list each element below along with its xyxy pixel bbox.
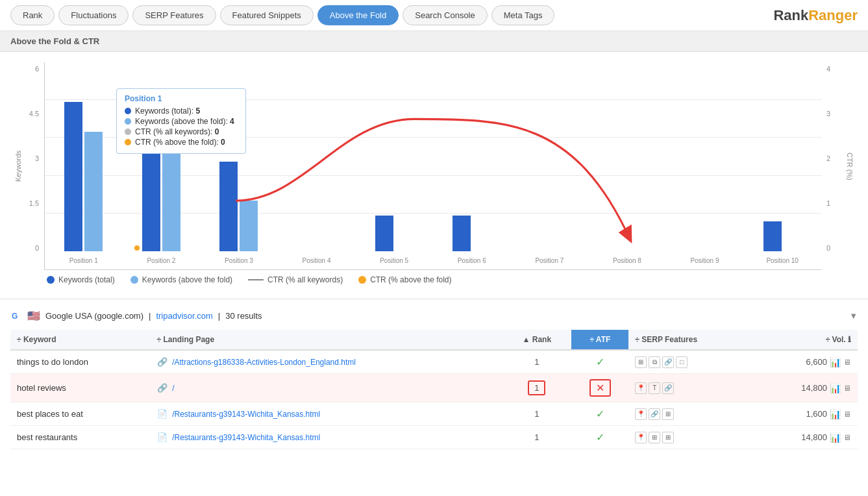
bar-total-3[interactable] bbox=[219, 162, 238, 251]
bar-atf-1[interactable] bbox=[84, 132, 103, 251]
table-row: best restaurants 📄 /Restaurants-g39143-W… bbox=[10, 426, 858, 449]
tab-fluctuations[interactable]: Fluctuations bbox=[58, 5, 129, 25]
chart-legend: Keywords (total) Keywords (above the fol… bbox=[13, 270, 855, 292]
device-icon: 🖥 bbox=[843, 358, 851, 367]
tab-rank[interactable]: Rank bbox=[10, 5, 55, 25]
y-axis-left-label: Keywords bbox=[13, 62, 23, 270]
tab-featured-snippets[interactable]: Featured Snippets bbox=[220, 5, 314, 25]
mini-chart-icon[interactable]: 📊 bbox=[830, 432, 841, 443]
x-label-6: Position 6 bbox=[433, 257, 511, 264]
keyword-cell: best restaurants bbox=[10, 426, 151, 449]
serp-icon-link[interactable]: 🔗 bbox=[649, 408, 660, 420]
tab-meta-tags[interactable]: Meta Tags bbox=[491, 5, 555, 25]
check-icon: ✓ bbox=[596, 356, 604, 367]
serp-icon-link[interactable]: 🔗 bbox=[662, 382, 674, 394]
bar-total-10[interactable] bbox=[763, 221, 782, 251]
tooltip-row-1: Keywords (total): 5 bbox=[125, 106, 238, 116]
tab-search-console[interactable]: Search Console bbox=[403, 5, 488, 25]
col-keyword[interactable]: ÷ Keyword bbox=[10, 330, 151, 350]
device-icon: 🖥 bbox=[843, 410, 851, 419]
x-label-10: Position 10 bbox=[743, 257, 821, 264]
serp-icon-grid[interactable]: ⊞ bbox=[635, 356, 647, 368]
serp-icon-text[interactable]: T bbox=[649, 382, 660, 394]
data-table: ÷ Keyword ÷ Landing Page ▲ Rank ÷ ATF ÷ … bbox=[10, 330, 858, 449]
landing-cell: 📄 /Restaurants-g39143-Wichita_Kansas.htm… bbox=[151, 426, 502, 449]
atf-cell-cross: ✕ bbox=[571, 374, 628, 403]
highlighted-rank: 1 bbox=[528, 380, 545, 395]
vol-cell: 14,800 📊 🖥 bbox=[753, 374, 858, 403]
rank-cell: 1 bbox=[502, 374, 571, 403]
tooltip: Position 1 Keywords (total): 5 Keywords … bbox=[116, 88, 246, 154]
table-row: things to do london 🔗 /Attractions-g1863… bbox=[10, 350, 858, 374]
serp-icon-grid2[interactable]: ⊞ bbox=[662, 432, 674, 443]
rank-cell: 1 bbox=[502, 350, 571, 374]
col-vol[interactable]: ÷ Vol. ℹ bbox=[753, 330, 858, 350]
serp-icons: 📍 T 🔗 bbox=[635, 382, 747, 394]
chart-area: Keywords 6 4.5 3 1.5 0 bbox=[13, 62, 855, 270]
page-icon: 📄 bbox=[157, 409, 167, 419]
serp-icons: 📍 ⊞ ⊞ bbox=[635, 432, 747, 443]
serp-cell: 📍 🔗 ⊞ bbox=[628, 403, 753, 426]
x-label-4: Position 4 bbox=[278, 257, 356, 264]
landing-link[interactable]: /Attractions-g186338-Activities-London_E… bbox=[172, 358, 356, 367]
serp-icon-grid[interactable]: ⊞ bbox=[662, 408, 674, 420]
landing-link[interactable]: / bbox=[172, 384, 174, 393]
col-atf[interactable]: ÷ ATF bbox=[571, 330, 628, 350]
landing-cell: 📄 /Restaurants-g39143-Wichita_Kansas.htm… bbox=[151, 403, 502, 426]
vol-cell: 6,600 📊 🖥 bbox=[753, 350, 858, 374]
col-rank[interactable]: ▲ Rank bbox=[502, 330, 571, 350]
mini-chart-icon[interactable]: 📊 bbox=[830, 357, 841, 367]
legend-dot-ctr-atf bbox=[358, 276, 366, 284]
vol-cell: 14,800 📊 🖥 bbox=[753, 426, 858, 449]
check-icon: ✓ bbox=[596, 432, 604, 443]
bar-total-5[interactable] bbox=[375, 216, 393, 251]
bar-group-5 bbox=[355, 216, 433, 251]
serp-icon-link[interactable]: 🔗 bbox=[662, 356, 674, 368]
filter-icon[interactable]: ▼ bbox=[849, 311, 858, 321]
atf-cell: ✓ bbox=[571, 350, 628, 374]
serp-icons: ⊞ ⧉ 🔗 □ bbox=[635, 356, 747, 368]
page-icon: 📄 bbox=[157, 432, 167, 442]
landing-cell: 🔗 /Attractions-g186338-Activities-London… bbox=[151, 350, 502, 374]
serp-icon-pin[interactable]: 📍 bbox=[635, 382, 647, 394]
mini-chart-icon[interactable]: 📊 bbox=[830, 409, 841, 419]
col-serp[interactable]: ÷ SERP Features bbox=[628, 330, 753, 350]
nav-bar: Rank Fluctuations SERP Features Featured… bbox=[0, 0, 868, 31]
bar-atf-3[interactable] bbox=[240, 201, 258, 251]
vol-cell: 1,600 📊 🖥 bbox=[753, 403, 858, 426]
serp-icon-page[interactable]: □ bbox=[676, 356, 688, 368]
serp-icon-pin[interactable]: 📍 bbox=[635, 408, 647, 420]
x-label-9: Position 9 bbox=[666, 257, 744, 264]
x-label-3: Position 3 bbox=[200, 257, 278, 264]
data-header: G 🇺🇸 Google USA (google.com) | tripadvis… bbox=[10, 310, 858, 322]
tooltip-row-3: CTR (% all keywords): 0 bbox=[125, 127, 238, 136]
tab-above-the-fold[interactable]: Above the Fold bbox=[317, 5, 399, 25]
bar-total-6[interactable] bbox=[453, 216, 471, 251]
serp-icons: 📍 🔗 ⊞ bbox=[635, 408, 747, 420]
serp-icon-grid[interactable]: ⊞ bbox=[649, 432, 660, 443]
chart-plot: Position 1 Position 2 Position 3 Positio… bbox=[44, 62, 821, 270]
table-row-highlighted: hotel reviews 🔗 / 1 ✕ 📍 T bbox=[10, 374, 858, 403]
landing-link[interactable]: /Restaurants-g39143-Wichita_Kansas.html bbox=[172, 433, 320, 442]
logo: RankRanger bbox=[773, 7, 858, 24]
tooltip-row-2: Keywords (above the fold): 4 bbox=[125, 117, 238, 126]
serp-icon-pin[interactable]: 📍 bbox=[635, 432, 647, 443]
legend-keywords-total: Keywords (total) bbox=[47, 275, 115, 284]
bar-total-1[interactable] bbox=[64, 102, 82, 251]
serp-cell: 📍 ⊞ ⊞ bbox=[628, 426, 753, 449]
x-labels: Position 1 Position 2 Position 3 Positio… bbox=[45, 251, 821, 269]
serp-icon-copy[interactable]: ⧉ bbox=[649, 356, 660, 368]
mini-chart-icon[interactable]: 📊 bbox=[830, 383, 841, 393]
landing-link[interactable]: /Restaurants-g39143-Wichita_Kansas.html bbox=[172, 410, 320, 419]
bar-atf-2[interactable] bbox=[162, 147, 180, 251]
keyword-cell: best places to eat bbox=[10, 403, 151, 426]
svg-text:G: G bbox=[12, 312, 18, 321]
tooltip-dot-2 bbox=[125, 118, 131, 125]
page-icon: 🔗 bbox=[157, 357, 167, 367]
tab-serp-features[interactable]: SERP Features bbox=[132, 5, 216, 25]
y-axis-right-label: CTR (%) bbox=[845, 62, 855, 270]
site-link[interactable]: tripadvisor.com bbox=[156, 311, 212, 321]
x-label-7: Position 7 bbox=[511, 257, 589, 264]
col-landing[interactable]: ÷ Landing Page bbox=[151, 330, 502, 350]
bar-group-6 bbox=[433, 216, 511, 251]
